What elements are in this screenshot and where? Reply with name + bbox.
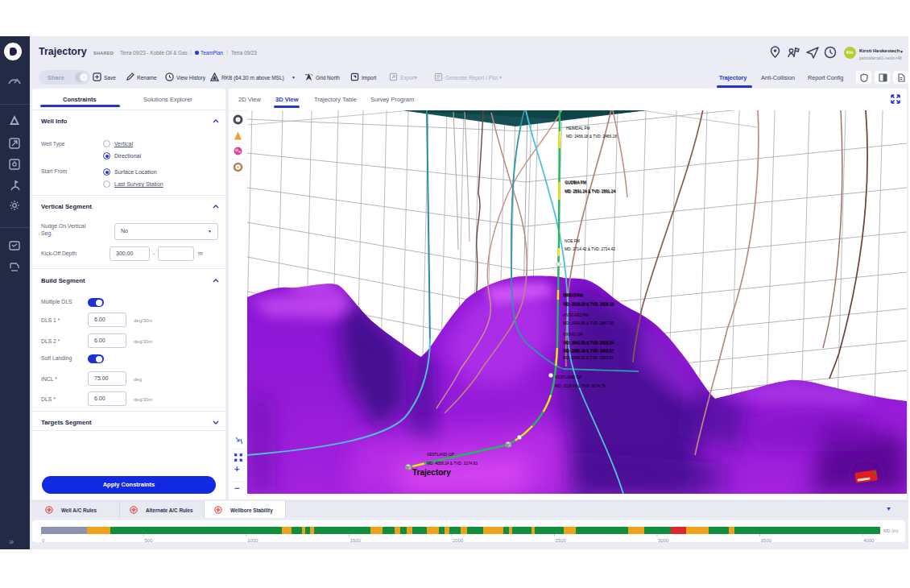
- svg-text:500: 500: [145, 538, 154, 543]
- svg-text:MD: 2942.85 & TVD: 2925.34: MD: 2942.85 & TVD: 2925.34: [564, 342, 614, 346]
- svg-text:MD: 2996.28 & TVD: 2965.67: MD: 2996.28 & TVD: 2965.67: [563, 356, 614, 360]
- svg-text:3000: 3000: [658, 538, 669, 543]
- svg-text:MD: 4056.14 & TVD: 3174.93: MD: 4056.14 & TVD: 3174.93: [427, 462, 478, 466]
- svg-text:MD: 2591.24 & TVD: 2591.24: MD: 2591.24 & TVD: 2591.24: [565, 190, 616, 194]
- svg-text:4000: 4000: [863, 538, 875, 543]
- svg-text:3500: 3500: [761, 538, 772, 543]
- svg-text:2000: 2000: [453, 538, 464, 543]
- svg-text:1000: 1000: [247, 538, 259, 543]
- svg-text:MD: 2714.42 & TVD: 2714.42: MD: 2714.42 & TVD: 2714.42: [565, 247, 615, 251]
- svg-text:GUDBIA FM: GUDBIA FM: [565, 181, 586, 185]
- svg-text:VESTLAND GP: VESTLAND GP: [555, 375, 582, 379]
- svg-text:MD (m): MD (m): [883, 528, 898, 533]
- svg-text:HEIMDAL FM: HEIMDAL FM: [566, 126, 589, 130]
- svg-text:Trajectory: Trajectory: [412, 468, 451, 477]
- svg-text:MD: 2818.28 & TVD: 2925.16: MD: 2818.28 & TVD: 2925.16: [564, 303, 614, 307]
- svg-text:2500: 2500: [556, 538, 567, 543]
- svg-text:MD: 2466.18 & TVD: 2466.18: MD: 2466.18 & TVD: 2466.18: [566, 135, 617, 139]
- svg-text:NOE FM: NOE FM: [565, 239, 580, 243]
- svg-text:ANSGARD FM: ANSGARD FM: [563, 313, 589, 317]
- svg-text:1500: 1500: [350, 538, 362, 543]
- svg-text:VESTLAND GP: VESTLAND GP: [427, 453, 454, 457]
- svg-text:VIKING GP: VIKING GP: [563, 333, 583, 337]
- svg-text:MD: 2904.65 & TVD: 2887.30: MD: 2904.65 & TVD: 2887.30: [563, 321, 614, 325]
- svg-text:0: 0: [42, 538, 45, 543]
- svg-text:BRENT/FM: BRENT/FM: [564, 294, 584, 298]
- svg-text:MD: 2986.18 & TVD: 2945.67: MD: 2986.18 & TVD: 2945.67: [564, 350, 614, 354]
- svg-text:MD: 3119.99 & TVD: 3034.79: MD: 3119.99 & TVD: 3034.79: [555, 384, 606, 388]
